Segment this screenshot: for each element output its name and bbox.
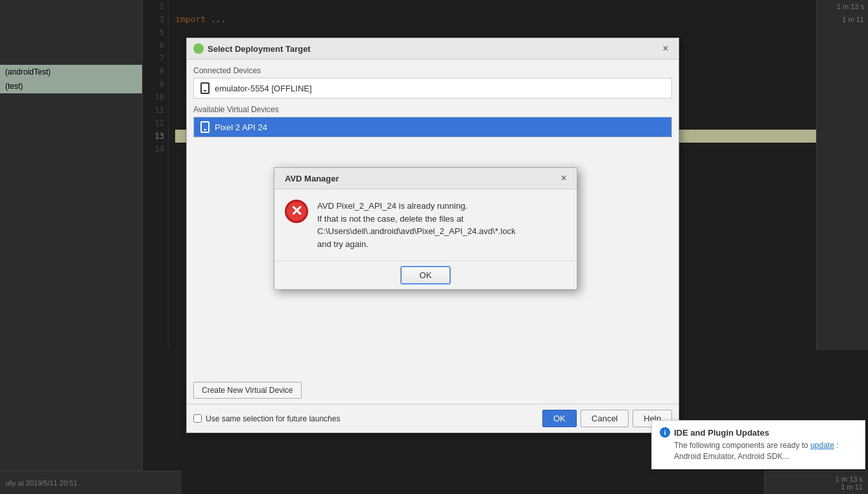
create-device-row: Create New Virtual Device <box>187 377 679 404</box>
avd-message-line3: C:\Users\dell\.android\avd\Pixel_2_API_2… <box>317 225 516 238</box>
notification-title-row: i IDE and Plugin Updates <box>660 427 857 438</box>
device-name-pixel2: Pixel 2 API 24 <box>215 123 267 132</box>
deploy-cancel-button[interactable]: Cancel <box>581 410 629 427</box>
device-name-emulator: emulator-5554 [OFFLINE] <box>215 84 312 93</box>
avd-dialog: AVD Manager × ✕ AVD Pixel_2_API_24 is al… <box>274 167 577 290</box>
checkbox-label-text: Use same selection for future launches <box>206 414 340 423</box>
connected-devices-label: Connected Devices <box>193 66 672 75</box>
deploy-dialog-close-button[interactable]: × <box>659 42 672 55</box>
same-selection-checkbox-label[interactable]: Use same selection for future launches <box>193 414 340 423</box>
create-new-virtual-device-button[interactable]: Create New Virtual Device <box>193 382 302 399</box>
avd-dialog-body: ✕ AVD Pixel_2_API_24 is already running.… <box>274 189 577 261</box>
notification-popup: i IDE and Plugin Updates The following c… <box>651 420 865 469</box>
connected-devices-list: emulator-5554 [OFFLINE] <box>193 78 672 99</box>
notification-update-link[interactable]: update <box>810 441 834 450</box>
phone-icon-pixel2 <box>200 121 210 133</box>
info-icon: i <box>660 427 670 438</box>
footer-left: Use same selection for future launches <box>193 414 537 423</box>
notification-body-prefix: The following components are ready to <box>674 441 808 450</box>
available-virtual-label: Available Virtual Devices <box>193 105 672 114</box>
deploy-dialog-title: Select Deployment Target <box>208 44 655 54</box>
notification-body: The following components are ready to up… <box>660 440 857 462</box>
avd-message-line2: If that is not the case, delete the file… <box>317 213 516 226</box>
deploy-dialog-footer: Use same selection for future launches O… <box>187 404 679 432</box>
avd-dialog-title: AVD Manager <box>285 174 553 183</box>
avd-message-line1: AVD Pixel_2_API_24 is already running. <box>317 200 516 213</box>
deploy-ok-button[interactable]: OK <box>542 410 577 427</box>
phone-icon <box>200 82 210 94</box>
avd-dialog-footer: OK <box>274 261 577 289</box>
available-devices-list: Pixel 2 API 24 <box>193 117 672 137</box>
deploy-dialog-titlebar[interactable]: Select Deployment Target × <box>187 38 679 60</box>
avd-ok-button[interactable]: OK <box>401 266 451 284</box>
avd-dialog-titlebar[interactable]: AVD Manager × <box>274 168 577 189</box>
error-icon: ✕ <box>285 200 308 223</box>
notification-title: IDE and Plugin Updates <box>674 428 769 438</box>
avd-message-line4: and try again. <box>317 238 516 251</box>
device-item-pixel2[interactable]: Pixel 2 API 24 <box>194 117 671 137</box>
same-selection-checkbox[interactable] <box>193 414 202 423</box>
avd-dialog-close-button[interactable]: × <box>557 172 570 185</box>
android-icon <box>193 43 204 54</box>
device-item-emulator[interactable]: emulator-5554 [OFFLINE] <box>194 78 671 98</box>
avd-message: AVD Pixel_2_API_24 is already running. I… <box>317 200 516 250</box>
